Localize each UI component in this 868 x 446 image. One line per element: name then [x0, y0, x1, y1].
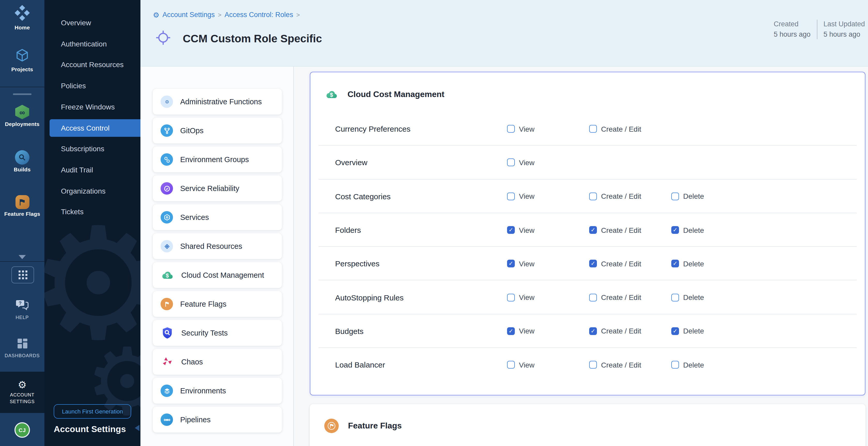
- sidebar-divider: [0, 261, 44, 262]
- category-label: Feature Flags: [180, 300, 226, 308]
- permission-row-load-balancer: Load BalancerViewCreate / EditDelete: [310, 348, 865, 382]
- view-checkbox[interactable]: [507, 293, 515, 301]
- settings-nav-items: OverviewAuthenticationAccount ResourcesP…: [44, 0, 141, 446]
- permission-cell-create-edit: Create / Edit: [589, 192, 641, 200]
- chevron-down-icon[interactable]: [19, 255, 26, 259]
- category-card-gitops[interactable]: GitOps: [153, 118, 282, 144]
- shared-resources-icon: [161, 240, 173, 252]
- module-sidebar: Home Projects ∞ Deployments Builds Featu…: [0, 0, 44, 446]
- cloud-cost-icon: $: [325, 88, 338, 101]
- permission-cell-delete: ✓Delete: [671, 327, 704, 335]
- sidebar-item-help[interactable]: ? HELP: [0, 299, 44, 320]
- permission-cell-delete: ✓Delete: [671, 260, 704, 268]
- category-card-environments[interactable]: Environments: [153, 378, 282, 404]
- svg-text:?: ?: [19, 300, 22, 306]
- sidebar-item-deployments[interactable]: ∞ Deployments: [0, 105, 44, 127]
- environment-groups-icon: [161, 153, 173, 166]
- view-checkbox[interactable]: ✓: [507, 327, 515, 335]
- delete-checkbox[interactable]: [671, 293, 679, 301]
- category-card-cloud-cost-management[interactable]: $Cloud Cost Management: [153, 262, 282, 288]
- create-edit-checkbox[interactable]: ✓: [589, 260, 597, 268]
- category-card-shared-resources[interactable]: Shared Resources: [153, 233, 282, 259]
- page-title: CCM Custom Role Specific: [183, 33, 322, 45]
- settings-nav-item-policies[interactable]: Policies: [44, 77, 135, 94]
- sidebar-item-dashboards[interactable]: DASHBOARDS: [0, 338, 44, 358]
- category-card-chaos[interactable]: Chaos: [153, 349, 282, 375]
- delete-checkbox[interactable]: [671, 192, 679, 200]
- sidebar-item-account-settings[interactable]: ⚙ ACCOUNT SETTINGS: [0, 372, 44, 413]
- launch-first-generation-button[interactable]: Launch First Generation: [54, 404, 131, 419]
- deployments-infinity-icon: ∞: [14, 105, 30, 119]
- settings-gear-icon: ⚙: [153, 11, 159, 18]
- permission-name: Overview: [335, 146, 367, 180]
- checkbox-label: Create / Edit: [601, 327, 641, 335]
- sidebar-item-label: Projects: [11, 66, 33, 72]
- checkbox-label: Create / Edit: [601, 360, 641, 369]
- settings-nav-item-account-resources[interactable]: Account Resources: [44, 56, 135, 73]
- breadcrumb-account-settings[interactable]: Account Settings: [162, 11, 215, 19]
- delete-checkbox[interactable]: [671, 361, 679, 369]
- view-checkbox[interactable]: ✓: [507, 260, 515, 268]
- view-checkbox[interactable]: [507, 125, 515, 133]
- breadcrumb-access-control-roles[interactable]: Access Control: Roles: [225, 11, 293, 19]
- category-card-service-reliability[interactable]: Service Reliability: [153, 176, 282, 201]
- collapse-nav-icon[interactable]: [135, 425, 140, 431]
- create-edit-checkbox[interactable]: [589, 361, 597, 369]
- category-card-administrative-functions[interactable]: ⚙Administrative Functions: [153, 89, 282, 115]
- meta-divider: [817, 20, 817, 39]
- delete-checkbox[interactable]: ✓: [671, 327, 679, 335]
- settings-nav-item-organizations[interactable]: Organizations: [44, 182, 135, 199]
- category-card-pipelines[interactable]: Pipelines: [153, 407, 282, 433]
- settings-nav-item-overview[interactable]: Overview: [44, 14, 135, 31]
- permission-cell-view: View: [507, 125, 534, 133]
- create-edit-checkbox[interactable]: [589, 293, 597, 301]
- sidebar-item-projects[interactable]: Projects: [0, 48, 44, 72]
- checkbox-label: Create / Edit: [601, 293, 641, 301]
- permission-cell-delete: Delete: [671, 360, 704, 369]
- permission-cell-create-edit: Create / Edit: [589, 125, 641, 133]
- category-card-feature-flags[interactable]: Feature Flags: [153, 291, 282, 317]
- checkbox-label: Delete: [683, 360, 704, 369]
- view-checkbox[interactable]: [507, 159, 515, 166]
- services-icon: [161, 211, 173, 224]
- sidebar-item-builds[interactable]: Builds: [0, 150, 44, 172]
- checkbox-label: Delete: [683, 293, 704, 301]
- cloud-cost-icon: $: [161, 268, 174, 282]
- settings-nav-item-tickets[interactable]: Tickets: [44, 203, 135, 221]
- feature-flags-panel: Feature Flags: [310, 404, 865, 446]
- module-picker-button[interactable]: [11, 266, 34, 283]
- sidebar-item-feature-flags[interactable]: Feature Flags: [0, 195, 44, 217]
- permission-cell-view: View: [507, 158, 534, 167]
- view-checkbox[interactable]: ✓: [507, 226, 515, 234]
- admin-functions-icon: ⚙: [161, 95, 173, 108]
- gear-icon: ⚙: [18, 380, 27, 390]
- settings-nav-item-authentication[interactable]: Authentication: [44, 35, 135, 53]
- view-checkbox[interactable]: [507, 192, 515, 200]
- permission-row-cost-categories: Cost CategoriesViewCreate / EditDelete: [310, 180, 865, 213]
- category-label: Cloud Cost Management: [181, 271, 264, 279]
- category-card-environment-groups[interactable]: Environment Groups: [153, 147, 282, 172]
- role-target-icon: [155, 29, 172, 48]
- settings-nav-item-audit-trail[interactable]: Audit Trail: [44, 161, 135, 179]
- category-card-security-tests[interactable]: Security Tests: [153, 320, 282, 346]
- create-edit-checkbox[interactable]: ✓: [589, 327, 597, 335]
- create-edit-checkbox[interactable]: ✓: [589, 226, 597, 234]
- settings-nav-title: Account Settings: [54, 424, 126, 435]
- avatar[interactable]: CJ: [14, 422, 30, 438]
- checkbox-label: Create / Edit: [601, 125, 641, 133]
- delete-checkbox[interactable]: ✓: [671, 260, 679, 268]
- settings-nav-item-freeze-windows[interactable]: Freeze Windows: [44, 98, 135, 116]
- permission-cell-delete: Delete: [671, 293, 704, 301]
- svg-text:$: $: [330, 92, 333, 98]
- settings-nav-item-subscriptions[interactable]: Subscriptions: [44, 140, 135, 157]
- settings-nav-item-access-control[interactable]: Access Control: [50, 119, 141, 136]
- category-card-services[interactable]: Services: [153, 204, 282, 230]
- permission-row-budgets: Budgets✓View✓Create / Edit✓Delete: [310, 314, 865, 348]
- create-edit-checkbox[interactable]: [589, 125, 597, 133]
- sidebar-item-label: Feature Flags: [4, 211, 40, 217]
- view-checkbox[interactable]: [507, 361, 515, 369]
- create-edit-checkbox[interactable]: [589, 192, 597, 200]
- category-label: Services: [180, 213, 209, 221]
- delete-checkbox[interactable]: ✓: [671, 226, 679, 234]
- sidebar-item-home[interactable]: Home: [0, 5, 44, 30]
